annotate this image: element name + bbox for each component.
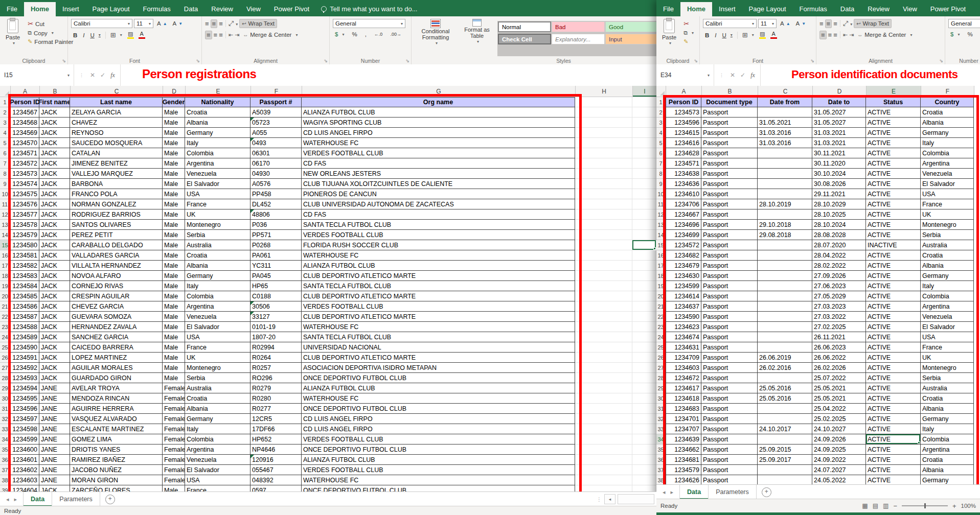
accounting-format-button[interactable]: $▾ — [333, 30, 346, 38]
column-header-F[interactable]: F — [251, 86, 302, 97]
cell-C19[interactable] — [758, 281, 812, 291]
cell-G22[interactable]: CLUB DEPORTIVO ATLETICO MARTE — [302, 312, 575, 322]
row-header-2[interactable]: 2 — [0, 107, 10, 118]
borders-button[interactable]: ⊞▾ — [108, 30, 124, 40]
cell-F25[interactable]: France — [921, 342, 974, 353]
row-header-13[interactable]: 13 — [656, 220, 666, 230]
cell-B32[interactable]: JANE — [39, 414, 70, 424]
cell-B33[interactable]: JANE — [39, 424, 70, 434]
column-header-A[interactable]: A — [11, 86, 40, 97]
cell-A7[interactable]: 1234571 — [666, 158, 701, 169]
percent-style-button[interactable]: % — [350, 30, 359, 38]
cell-H26[interactable] — [575, 353, 632, 363]
cell-A25[interactable]: 1234590 — [10, 342, 39, 353]
menu-tab-home[interactable]: Home — [680, 2, 712, 16]
cell-C36[interactable]: RAMIREZ IBAÑEZ — [70, 455, 163, 465]
cell-A37[interactable]: 1234579 — [666, 465, 701, 475]
cell-H6[interactable] — [575, 148, 632, 158]
cell-F28[interactable]: RO296 — [250, 373, 302, 383]
cell-B23[interactable]: JACK — [39, 322, 70, 332]
cell-A14[interactable]: 1234579 — [10, 230, 39, 240]
cell-F11[interactable]: France — [921, 199, 974, 209]
cell-B37[interactable]: Passport — [701, 465, 758, 475]
cell-D30[interactable]: Female — [163, 393, 185, 404]
cell-A19[interactable]: 1234584 — [10, 281, 39, 291]
cell-E10[interactable]: ACTIVE — [866, 189, 921, 199]
copy-button[interactable]: ⧉▾ — [681, 29, 696, 37]
cell-H11[interactable] — [575, 199, 632, 209]
cell-H16[interactable] — [575, 250, 632, 261]
cell-E11[interactable]: France — [185, 199, 250, 209]
cell-F7[interactable]: Argentina — [921, 158, 974, 169]
cell-F30[interactable]: Croatia — [921, 393, 974, 404]
cell-E27[interactable]: Montenegro — [185, 363, 250, 373]
cell-F14[interactable]: PP571 — [250, 230, 302, 240]
cell-D27[interactable]: 26.02.2026 — [812, 363, 866, 373]
table-header-cell-B1[interactable]: First name — [39, 97, 70, 107]
cell-F20[interactable]: C0188 — [250, 291, 302, 301]
cell-G32[interactable]: CD LUIS ANGEL FIRPO — [302, 414, 575, 424]
cell-C7[interactable] — [758, 158, 812, 169]
row-header-6[interactable]: 6 — [0, 148, 10, 158]
cell-G2[interactable]: ALIANZA FUTBOL CLUB — [302, 107, 575, 118]
cell-D35[interactable]: 24.09.2025 — [812, 444, 866, 455]
row-header-22[interactable]: 22 — [0, 312, 10, 322]
cell-D34[interactable]: 24.09.2026 — [812, 434, 866, 444]
cell-C33[interactable]: ESCALANTE MARTINEZ — [70, 424, 163, 434]
cell-H23[interactable] — [575, 322, 632, 332]
cell-A10[interactable]: 1234575 — [10, 189, 39, 199]
cell-B36[interactable]: JANE — [39, 455, 70, 465]
row-header-11[interactable]: 11 — [656, 199, 666, 209]
cell-H3[interactable] — [575, 118, 632, 128]
cell-I35[interactable] — [632, 444, 656, 455]
cell-A14[interactable]: 1234699 — [666, 230, 701, 240]
table-header-cell-D1[interactable]: Date to — [812, 97, 866, 107]
row-header-30[interactable]: 30 — [0, 393, 10, 404]
cell-D4[interactable]: 31.03.2021 — [812, 128, 866, 138]
cell-E18[interactable]: ACTIVE — [866, 271, 921, 281]
cell-E37[interactable]: ACTIVE — [866, 465, 921, 475]
table-header-cell-A1[interactable]: Person ID — [10, 97, 39, 107]
cell-B29[interactable]: JANE — [39, 383, 70, 393]
cell-B11[interactable]: JACK — [39, 199, 70, 209]
cell-A17[interactable]: 1234582 — [10, 261, 39, 271]
sheet-nav-next-icon[interactable]: ▸ — [14, 496, 17, 503]
row-header-8[interactable]: 8 — [656, 169, 666, 179]
cell-B7[interactable]: Passport — [701, 158, 758, 169]
cell-H39[interactable] — [575, 485, 632, 491]
cell-D12[interactable]: Male — [163, 209, 185, 220]
cell-D36[interactable]: Female — [163, 455, 185, 465]
table-header-cell-C1[interactable]: Date from — [758, 97, 812, 107]
cell-F38[interactable]: 048392 — [250, 475, 302, 485]
cell-C35[interactable]: DRIOTIS YANES — [70, 444, 163, 455]
cell-G7[interactable]: CD FAS — [302, 158, 575, 169]
cell-A28[interactable]: 1234672 — [666, 373, 701, 383]
cell-D16[interactable]: Male — [163, 250, 185, 261]
column-header-B[interactable]: B — [702, 86, 758, 97]
row-header-20[interactable]: 20 — [656, 291, 666, 301]
cell-I6[interactable] — [632, 148, 656, 158]
row-header-12[interactable]: 12 — [0, 209, 10, 220]
cell-D6[interactable]: Male — [163, 148, 185, 158]
cell-C11[interactable]: NORMAN GONZALEZ — [70, 199, 163, 209]
row-header-22[interactable]: 22 — [656, 312, 666, 322]
cell-D15[interactable]: 28.07.2020 — [812, 240, 866, 250]
font-dialog-launcher[interactable]: ⇘ — [196, 58, 200, 63]
style-bad[interactable]: Bad — [552, 21, 605, 32]
row-header-18[interactable]: 18 — [0, 271, 10, 281]
cell-D20[interactable]: Male — [163, 291, 185, 301]
cell-C28[interactable]: GUARDADO GIRON — [70, 373, 163, 383]
cell-I31[interactable] — [632, 404, 656, 414]
cell-C24[interactable]: SANCHEZ GARCIA — [70, 332, 163, 342]
cell-D24[interactable]: Male — [163, 332, 185, 342]
confirm-entry-icon[interactable]: ✓ — [740, 72, 745, 79]
cell-D29[interactable]: 25.05.2021 — [812, 383, 866, 393]
row-header-6[interactable]: 6 — [656, 148, 666, 158]
underline-button[interactable]: U ▾ — [88, 31, 103, 39]
cell-I16[interactable] — [632, 250, 656, 261]
name-box-dropdown-icon[interactable]: ▾ — [67, 73, 70, 78]
cell-A15[interactable]: 1234572 — [666, 240, 701, 250]
decrease-indent-icon[interactable]: ⇤ — [843, 32, 848, 38]
cell-A24[interactable]: 1234589 — [10, 332, 39, 342]
row-header-31[interactable]: 31 — [656, 404, 666, 414]
